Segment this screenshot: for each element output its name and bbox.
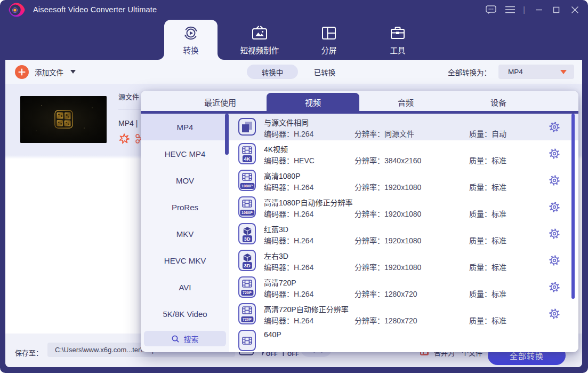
format-row[interactable]: 4K 4K视频 编码器：HEVC 分辨率：3840x2160 质量：标准 bbox=[229, 140, 578, 167]
row-settings-gear-icon[interactable] bbox=[548, 254, 561, 267]
format-row-encoder: 编码器：H.264 bbox=[264, 208, 313, 219]
tab-short-video[interactable]: 短视频制作 bbox=[225, 19, 294, 60]
format-row-quality: 质量：自动 bbox=[469, 128, 506, 139]
source-format-info: MP4 | bbox=[118, 119, 138, 128]
format-row-title: 高清1080P自动修正分辨率 bbox=[264, 197, 352, 208]
format-row-resolution: 分辨率：1280x720 bbox=[355, 288, 417, 299]
format-row-icon: 3D bbox=[238, 223, 256, 244]
close-icon[interactable] bbox=[566, 0, 583, 19]
format-row[interactable]: 1080P 高清1080P自动修正分辨率 编码器：H.264 分辨率：1920x… bbox=[229, 194, 578, 220]
row-settings-gear-icon[interactable] bbox=[548, 174, 561, 187]
popup-tab-audio[interactable]: 音频 bbox=[359, 93, 452, 111]
tab-split-screen[interactable]: 分屏 bbox=[294, 19, 364, 60]
sidebar-item-mp4[interactable]: MP4 bbox=[141, 114, 229, 140]
toolbar: 添加文件 转换中 已转换 全部转换为： MP4 bbox=[5, 60, 582, 84]
format-row-title: 左右3D bbox=[264, 250, 288, 261]
film-format-icon: 1080P bbox=[238, 170, 256, 191]
search-button[interactable]: 搜索 bbox=[144, 331, 226, 346]
format-badge: 1080P bbox=[240, 210, 254, 216]
format-row-resolution: 分辨率：1280x720 bbox=[355, 315, 417, 326]
sidebar-item-prores[interactable]: ProRes bbox=[141, 194, 229, 220]
format-row-icon bbox=[238, 116, 256, 138]
row-settings-gear-icon[interactable] bbox=[548, 201, 561, 213]
3d-cube-icon: 3D bbox=[238, 223, 256, 244]
sidebar-item-hevc-mkv[interactable]: HEVC MKV bbox=[141, 247, 229, 274]
format-row-encoder: 编码器：H.264 bbox=[264, 261, 313, 272]
app-title: Aiseesoft Video Converter Ultimate bbox=[33, 0, 157, 19]
format-row[interactable]: 640P bbox=[229, 327, 578, 352]
format-row-encoder: 编码器：H.264 bbox=[264, 235, 313, 245]
row-settings-gear-icon[interactable] bbox=[548, 121, 561, 133]
popup-tab-recent[interactable]: 最近使用 bbox=[174, 93, 267, 111]
format-badge: 720P bbox=[241, 316, 253, 322]
effects-star-icon[interactable] bbox=[118, 133, 130, 145]
format-row-quality: 质量：标准 bbox=[469, 155, 506, 165]
tab-toolbox-label: 工具 bbox=[390, 44, 406, 55]
add-file-button[interactable]: 添加文件 bbox=[15, 60, 76, 84]
format-row[interactable]: 3D 左右3D 编码器：H.264 分辨率：1920x1080 质量：标准 bbox=[229, 247, 578, 274]
tab-converting[interactable]: 转换中 bbox=[247, 65, 298, 79]
format-badge: 3D bbox=[242, 235, 252, 243]
sidebar-item-mkv[interactable]: MKV bbox=[141, 220, 229, 247]
format-row-quality: 质量：标准 bbox=[469, 315, 506, 326]
short-video-icon bbox=[251, 25, 268, 41]
app-logo-icon bbox=[9, 2, 25, 18]
popup-tab-video[interactable]: 视频 bbox=[267, 93, 359, 111]
row-settings-gear-icon[interactable] bbox=[548, 307, 561, 320]
film-format-icon bbox=[238, 330, 256, 351]
same-as-source-icon bbox=[238, 118, 256, 136]
tab-convert-label: 转换 bbox=[183, 44, 199, 55]
main-nav-tabs: 转换 短视频制作 分屏 bbox=[0, 19, 588, 60]
list-scrollbar[interactable] bbox=[571, 114, 575, 299]
sidebar-items: MP4HEVC MP4MOVProResMKVHEVC MKVAVI5K/8K … bbox=[141, 114, 229, 327]
format-row-icon bbox=[238, 330, 256, 351]
format-row[interactable]: 与源文件相同 编码器：H.264 分辨率：同源文件 质量：自动 bbox=[229, 114, 578, 140]
format-row-resolution: 分辨率：1920x1080 bbox=[355, 261, 421, 272]
tab-converted[interactable]: 已转换 bbox=[307, 65, 342, 79]
source-file-label: 源文件 bbox=[118, 91, 139, 101]
format-row[interactable]: 1080P 高清1080P 编码器：H.264 分辨率：1920x1080 质量… bbox=[229, 167, 578, 194]
format-row-icon: 1080P bbox=[238, 170, 256, 191]
search-label: 搜索 bbox=[184, 334, 199, 344]
format-row-encoder: 编码器：H.264 bbox=[264, 315, 313, 326]
format-row-title: 高清720P bbox=[264, 277, 296, 288]
format-row-icon: 720P bbox=[238, 276, 256, 298]
popup-tab-device[interactable]: 设备 bbox=[452, 93, 545, 111]
format-row-encoder: 编码器：H.264 bbox=[264, 181, 313, 192]
sidebar-item-5k-8k-video[interactable]: 5K/8K Video bbox=[141, 300, 229, 327]
add-plus-icon bbox=[15, 65, 29, 79]
feedback-chat-icon[interactable] bbox=[483, 0, 499, 19]
popup-body: MP4HEVC MP4MOVProResMKVHEVC MKVAVI5K/8K … bbox=[141, 114, 578, 352]
format-row-title: 640P bbox=[264, 330, 281, 339]
format-badge: 3D bbox=[242, 262, 252, 269]
search-icon bbox=[172, 335, 179, 343]
sidebar-item-hevc-mp4[interactable]: HEVC MP4 bbox=[141, 140, 229, 167]
output-format-dropdown[interactable]: MP4 bbox=[498, 65, 574, 79]
video-thumbnail bbox=[20, 96, 107, 143]
format-row[interactable]: 720P 高清720P 编码器：H.264 分辨率：1280x720 质量：标准 bbox=[229, 274, 578, 300]
format-row-resolution: 分辨率：1920x1080 bbox=[355, 181, 421, 192]
format-row-icon: 720P bbox=[238, 303, 256, 324]
add-file-caret-icon bbox=[70, 70, 76, 74]
maximize-icon[interactable] bbox=[548, 0, 564, 19]
menu-icon[interactable] bbox=[502, 0, 518, 19]
format-row[interactable]: 720P 高清720P自动修正分辨率 编码器：H.264 分辨率：1280x72… bbox=[229, 300, 578, 327]
format-row[interactable]: 3D 红蓝3D 编码器：H.264 分辨率：1920x1080 质量：标准 bbox=[229, 220, 578, 247]
format-row-quality: 质量：标准 bbox=[469, 208, 506, 219]
tab-convert[interactable]: 转换 bbox=[156, 19, 225, 60]
format-row-icon: 1080P bbox=[238, 196, 256, 218]
sidebar-scrollbar[interactable] bbox=[225, 114, 229, 155]
sidebar-item-mov[interactable]: MOV bbox=[141, 167, 229, 194]
format-row-icon: 3D bbox=[238, 250, 256, 271]
format-row-title: 红蓝3D bbox=[264, 224, 288, 234]
row-settings-gear-icon[interactable] bbox=[548, 147, 561, 160]
row-settings-gear-icon[interactable] bbox=[548, 227, 561, 240]
sidebar-item-avi[interactable]: AVI bbox=[141, 274, 229, 300]
convert-icon bbox=[183, 25, 199, 41]
format-row-encoder: 编码器：H.264 bbox=[264, 128, 313, 139]
add-file-label: 添加文件 bbox=[35, 67, 63, 77]
minimize-icon[interactable] bbox=[531, 0, 547, 19]
tab-toolbox[interactable]: 工具 bbox=[363, 19, 432, 60]
popup-tab-bar: 最近使用 视频 音频 设备 bbox=[141, 91, 578, 111]
row-settings-gear-icon[interactable] bbox=[548, 281, 561, 293]
